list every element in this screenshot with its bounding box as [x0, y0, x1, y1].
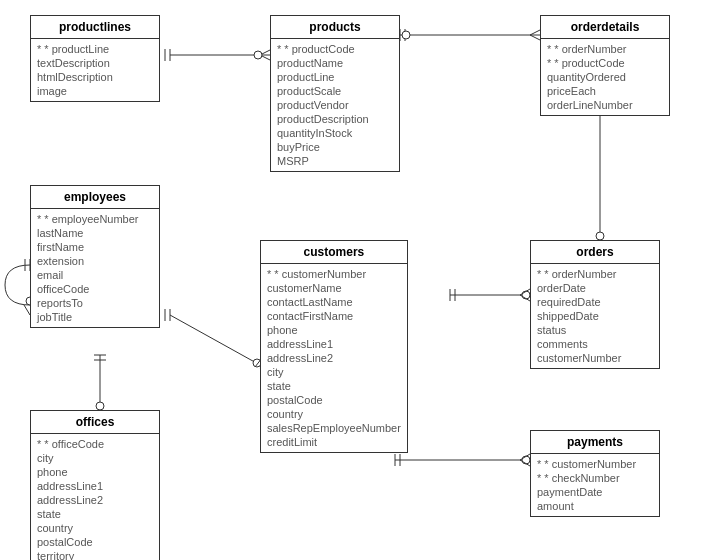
field-employees-jobTitle: jobTitle: [37, 310, 153, 324]
diagram-container: productlines* productLinetextDescription…: [0, 0, 701, 560]
svg-point-17: [596, 232, 604, 240]
field-employees-email: email: [37, 268, 153, 282]
svg-line-23: [170, 315, 260, 365]
svg-point-44: [522, 456, 530, 464]
field-orders-customerNumber: customerNumber: [537, 351, 653, 365]
entity-header-employees: employees: [31, 186, 159, 209]
entity-body-products: * productCodeproductNameproductLineprodu…: [271, 39, 399, 171]
svg-point-38: [522, 291, 530, 299]
field-products-productLine: productLine: [277, 70, 393, 84]
svg-point-5: [254, 51, 262, 59]
field-employees-extension: extension: [37, 254, 153, 268]
svg-line-2: [260, 55, 270, 60]
field-products-productCode: * productCode: [277, 42, 393, 56]
field-productlines-image: image: [37, 84, 153, 98]
svg-line-40: [520, 295, 530, 301]
field-customers-state: state: [267, 379, 401, 393]
entity-productlines: productlines* productLinetextDescription…: [30, 15, 160, 102]
svg-line-1: [260, 50, 270, 55]
entity-employees: employees* employeeNumberlastNamefirstNa…: [30, 185, 160, 328]
svg-point-11: [402, 31, 410, 39]
entity-body-employees: * employeeNumberlastNamefirstNameextensi…: [31, 209, 159, 327]
field-customers-city: city: [267, 365, 401, 379]
field-orderdetails-priceEach: priceEach: [547, 84, 663, 98]
entity-header-productlines: productlines: [31, 16, 159, 39]
svg-line-39: [520, 289, 530, 295]
entity-orders: orders* orderNumberorderDaterequiredDate…: [530, 240, 660, 369]
field-customers-contactLastName: contactLastName: [267, 295, 401, 309]
field-employees-lastName: lastName: [37, 226, 153, 240]
field-products-productScale: productScale: [277, 84, 393, 98]
field-employees-employeeNumber: * employeeNumber: [37, 212, 153, 226]
field-offices-addressLine2: addressLine2: [37, 493, 153, 507]
svg-line-7: [530, 30, 540, 35]
field-orders-requiredDate: requiredDate: [537, 295, 653, 309]
field-offices-city: city: [37, 451, 153, 465]
field-offices-postalCode: postalCode: [37, 535, 153, 549]
entity-body-productlines: * productLinetextDescriptionhtmlDescript…: [31, 39, 159, 101]
field-customers-contactFirstName: contactFirstName: [267, 309, 401, 323]
field-products-productDescription: productDescription: [277, 112, 393, 126]
entity-header-orders: orders: [531, 241, 659, 264]
field-orders-comments: comments: [537, 337, 653, 351]
svg-line-45: [520, 454, 530, 460]
field-orders-status: status: [537, 323, 653, 337]
entity-body-customers: * customerNumbercustomerNamecontactLastN…: [261, 264, 407, 452]
entity-body-payments: * customerNumber* checkNumberpaymentDate…: [531, 454, 659, 516]
entity-body-orderdetails: * orderNumber* productCodequantityOrdere…: [541, 39, 669, 115]
entity-body-orders: * orderNumberorderDaterequiredDateshippe…: [531, 264, 659, 368]
svg-point-32: [96, 402, 104, 410]
field-customers-addressLine2: addressLine2: [267, 351, 401, 365]
entity-header-customers: customers: [261, 241, 407, 264]
field-offices-addressLine1: addressLine1: [37, 479, 153, 493]
field-payments-amount: amount: [537, 499, 653, 513]
field-offices-officeCode: * officeCode: [37, 437, 153, 451]
entity-header-payments: payments: [531, 431, 659, 454]
entity-products: products* productCodeproductNameproductL…: [270, 15, 400, 172]
entity-header-orderdetails: orderdetails: [541, 16, 669, 39]
field-customers-customerNumber: * customerNumber: [267, 267, 401, 281]
field-orders-shippedDate: shippedDate: [537, 309, 653, 323]
field-products-buyPrice: buyPrice: [277, 140, 393, 154]
field-orders-orderDate: orderDate: [537, 281, 653, 295]
field-productlines-textDescription: textDescription: [37, 56, 153, 70]
entity-orderdetails: orderdetails* orderNumber* productCodequ…: [540, 15, 670, 116]
field-customers-customerName: customerName: [267, 281, 401, 295]
field-customers-addressLine1: addressLine1: [267, 337, 401, 351]
field-customers-country: country: [267, 407, 401, 421]
svg-line-8: [530, 35, 540, 40]
field-payments-paymentDate: paymentDate: [537, 485, 653, 499]
field-offices-territory: territory: [37, 549, 153, 560]
field-orderdetails-orderNumber: * orderNumber: [547, 42, 663, 56]
field-payments-customerNumber: * customerNumber: [537, 457, 653, 471]
field-offices-country: country: [37, 521, 153, 535]
field-products-productName: productName: [277, 56, 393, 70]
field-products-MSRP: MSRP: [277, 154, 393, 168]
field-payments-checkNumber: * checkNumber: [537, 471, 653, 485]
svg-line-46: [520, 460, 530, 466]
field-employees-reportsTo: reportsTo: [37, 296, 153, 310]
field-products-quantityInStock: quantityInStock: [277, 126, 393, 140]
field-customers-creditLimit: creditLimit: [267, 435, 401, 449]
field-orderdetails-orderLineNumber: orderLineNumber: [547, 98, 663, 112]
field-customers-postalCode: postalCode: [267, 393, 401, 407]
entity-offices: offices* officeCodecityphoneaddressLine1…: [30, 410, 160, 560]
field-orderdetails-productCode: * productCode: [547, 56, 663, 70]
field-offices-state: state: [37, 507, 153, 521]
field-offices-phone: phone: [37, 465, 153, 479]
field-productlines-productLine: * productLine: [37, 42, 153, 56]
field-orderdetails-quantityOrdered: quantityOrdered: [547, 70, 663, 84]
field-orders-orderNumber: * orderNumber: [537, 267, 653, 281]
field-employees-firstName: firstName: [37, 240, 153, 254]
entity-payments: payments* customerNumber* checkNumberpay…: [530, 430, 660, 517]
field-productlines-htmlDescription: htmlDescription: [37, 70, 153, 84]
entity-body-offices: * officeCodecityphoneaddressLine1address…: [31, 434, 159, 560]
entity-customers: customers* customerNumbercustomerNamecon…: [260, 240, 408, 453]
field-products-productVendor: productVendor: [277, 98, 393, 112]
field-customers-phone: phone: [267, 323, 401, 337]
field-employees-officeCode: officeCode: [37, 282, 153, 296]
entity-header-offices: offices: [31, 411, 159, 434]
entity-header-products: products: [271, 16, 399, 39]
field-customers-salesRepEmployeeNumber: salesRepEmployeeNumber: [267, 421, 401, 435]
